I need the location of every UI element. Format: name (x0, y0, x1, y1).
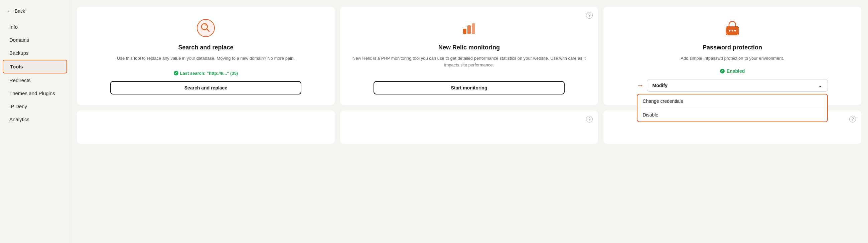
last-search-status: Last search: "http://k..." (35) (174, 71, 238, 76)
svg-rect-4 (463, 29, 466, 34)
svg-point-8 (729, 30, 731, 32)
sidebar-item-info[interactable]: Info (3, 21, 67, 33)
svg-point-3 (205, 23, 207, 26)
modify-row: → Modify ⌄ (637, 79, 828, 92)
sidebar-item-analytics[interactable]: Analytics (3, 113, 67, 126)
enabled-status: Enabled (720, 68, 745, 74)
search-replace-icon (195, 18, 217, 39)
sidebar-item-ip-deny[interactable]: IP Deny (3, 100, 67, 112)
svg-point-9 (732, 30, 733, 32)
modify-container: → Modify ⌄ Change credentials Disable (637, 79, 828, 95)
enabled-dot-icon (720, 69, 725, 73)
password-protection-card: Password protection Add simple .htpasswd… (603, 7, 861, 105)
help-icon[interactable]: ? (586, 12, 593, 19)
help-icon-3[interactable]: ? (849, 116, 856, 123)
top-cards-grid: Search and replace Use this tool to repl… (77, 7, 861, 105)
help-icon-2[interactable]: ? (586, 116, 593, 123)
search-replace-button[interactable]: Search and replace (110, 81, 302, 95)
back-arrow-icon: ← (7, 8, 12, 14)
svg-rect-5 (467, 25, 471, 34)
search-replace-desc: Use this tool to replace any value in yo… (117, 55, 295, 64)
check-circle-icon (174, 71, 178, 75)
search-replace-title: Search and replace (178, 44, 233, 51)
back-label: Back (15, 8, 25, 14)
sidebar-item-backups[interactable]: Backups (3, 47, 67, 59)
start-monitoring-button[interactable]: Start monitoring (374, 81, 565, 95)
arrow-right-icon: → (637, 81, 644, 90)
main-content: Search and replace Use this tool to repl… (70, 0, 868, 243)
back-button[interactable]: ← Back (0, 5, 70, 17)
svg-rect-6 (472, 23, 475, 34)
password-protection-title: Password protection (703, 44, 762, 51)
bottom-card-2: ? (340, 110, 598, 144)
new-relic-card: ? New Relic monitoring New Relic is a PH… (340, 7, 598, 105)
modify-dropdown: Change credentials Disable (637, 94, 828, 122)
change-credentials-item[interactable]: Change credentials (638, 95, 828, 108)
sidebar-item-themes-plugins[interactable]: Themes and Plugins (3, 87, 67, 100)
monitoring-icon (458, 18, 480, 39)
sidebar-item-domains[interactable]: Domains (3, 34, 67, 46)
sidebar-item-redirects[interactable]: Redirects (3, 74, 67, 86)
bottom-card-1 (77, 110, 335, 144)
modify-button[interactable]: Modify ⌄ (647, 79, 828, 92)
new-relic-title: New Relic monitoring (438, 44, 500, 51)
password-protection-desc: Add simple .htpasswd protection to your … (681, 55, 784, 62)
sidebar-item-tools[interactable]: Tools (3, 60, 67, 73)
password-icon (722, 18, 743, 39)
search-replace-card: Search and replace Use this tool to repl… (77, 7, 335, 105)
svg-point-10 (734, 30, 736, 32)
svg-point-0 (197, 20, 215, 37)
disable-item[interactable]: Disable (638, 108, 828, 122)
sidebar: ← Back Info Domains Backups Tools Redire… (0, 0, 70, 243)
new-relic-desc: New Relic is a PHP monitoring tool you c… (349, 55, 589, 74)
chevron-down-icon: ⌄ (818, 83, 822, 88)
